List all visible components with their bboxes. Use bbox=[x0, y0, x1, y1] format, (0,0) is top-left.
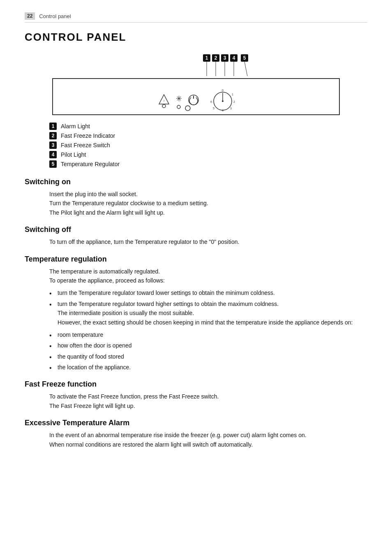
legend-item-3: 3 Fast Freeze Switch bbox=[49, 141, 367, 149]
legend-item-5: 5 Temperature Regulator bbox=[49, 160, 367, 168]
legend-item-2: 2 Fast Freeze Indicator bbox=[49, 132, 367, 139]
svg-text:3: 3 bbox=[230, 107, 232, 110]
bullet-food-stored: the quantity of food stored bbox=[49, 352, 367, 361]
section-heading-temp-reg: Temperature regulation bbox=[25, 255, 367, 264]
section-heading-switching-off: Switching off bbox=[25, 225, 367, 234]
svg-text:1: 1 bbox=[205, 55, 208, 61]
connector-lines: 1 2 3 4 5 bbox=[52, 53, 340, 78]
svg-point-22 bbox=[185, 106, 190, 111]
svg-text:!: ! bbox=[164, 99, 164, 103]
svg-text:1: 1 bbox=[232, 93, 233, 96]
svg-point-17 bbox=[162, 104, 166, 108]
svg-text:0: 0 bbox=[222, 89, 224, 92]
page-container: 22 Control panel CONTROL PANEL 1 2 3 4 bbox=[0, 0, 392, 556]
svg-text:3: 3 bbox=[224, 55, 226, 61]
temp-reg-sub-bullets: room temperature how often the door is o… bbox=[49, 330, 367, 372]
svg-text:5: 5 bbox=[243, 55, 246, 61]
switching-off-text: To turn off the appliance, turn the Temp… bbox=[49, 239, 239, 245]
header-title: Control panel bbox=[39, 13, 71, 19]
legend-item-4: 4 Pilot Light bbox=[49, 151, 367, 158]
legend-badge-4: 4 bbox=[49, 151, 57, 158]
section-body-fast-freeze: To activate the Fast Freeze function, pr… bbox=[49, 392, 367, 410]
legend-item-1: 1 Alarm Light bbox=[49, 123, 367, 130]
section-heading-excessive-temp: Excessive Temperature Alarm bbox=[25, 419, 367, 427]
bullet-door-opened: how often the door is opened bbox=[49, 341, 367, 350]
legend-text-1: Alarm Light bbox=[61, 123, 90, 130]
bullet-door-opened-text: how often the door is opened bbox=[58, 342, 132, 349]
temp-reg-text: The temperature is automatically regulat… bbox=[49, 268, 165, 284]
fast-freeze-text: To activate the Fast Freeze function, pr… bbox=[49, 393, 219, 409]
section-body-switching-on: Insert the plug into the wall socket.Tur… bbox=[49, 190, 367, 217]
page-header: 22 Control panel bbox=[25, 12, 367, 23]
switching-on-text: Insert the plug into the wall socket.Tur… bbox=[49, 191, 208, 216]
main-title: CONTROL PANEL bbox=[25, 31, 367, 44]
bullet-location-text: the location of the appliance. bbox=[58, 364, 131, 371]
excessive-temp-text: In the event of an abnormal temperature … bbox=[49, 432, 307, 447]
bullet-room-temp: room temperature bbox=[49, 330, 367, 339]
svg-text:6: 6 bbox=[210, 100, 212, 103]
section-heading-switching-on: Switching on bbox=[25, 178, 367, 186]
control-panel-svg: ! ✳ 0 1 2 bbox=[147, 81, 245, 112]
temp-reg-bullets: turn the Temperature regulator toward lo… bbox=[49, 288, 367, 327]
legend-text-4: Pilot Light bbox=[61, 151, 86, 158]
bullet-room-temp-text: room temperature bbox=[58, 331, 103, 338]
page-number: 22 bbox=[25, 12, 35, 20]
legend-text-3: Fast Freeze Switch bbox=[61, 142, 110, 148]
legend-badge-1: 1 bbox=[49, 123, 57, 130]
svg-text:5: 5 bbox=[213, 107, 214, 110]
bullet-item-higher: turn the Temperature regulator toward hi… bbox=[49, 299, 367, 327]
diagram-wrapper: 1 2 3 4 5 bbox=[52, 53, 340, 115]
section-heading-fast-freeze: Fast Freeze function bbox=[25, 380, 367, 389]
svg-point-32 bbox=[222, 100, 224, 102]
bullet-location: the location of the appliance. bbox=[49, 363, 367, 372]
svg-text:2: 2 bbox=[233, 100, 235, 103]
section-body-switching-off: To turn off the appliance, turn the Temp… bbox=[49, 237, 367, 246]
section-body-temp-reg: The temperature is automatically regulat… bbox=[49, 267, 367, 285]
bullet-food-stored-text: the quantity of food stored bbox=[58, 353, 124, 360]
legend-badge-5: 5 bbox=[49, 160, 57, 168]
bullet-higher-text: turn the Temperature regulator toward hi… bbox=[58, 301, 353, 326]
legend-badge-3: 3 bbox=[49, 141, 57, 149]
legend-text-2: Fast Freeze Indicator bbox=[61, 132, 115, 139]
svg-text:2: 2 bbox=[214, 55, 217, 61]
bullet-lower-text: turn the Temperature regulator toward lo… bbox=[58, 290, 275, 296]
legend-badge-2: 2 bbox=[49, 132, 57, 139]
legend-text-5: Temperature Regulator bbox=[61, 161, 120, 167]
svg-text:4: 4 bbox=[233, 55, 235, 61]
diagram-box: ! ✳ 0 1 2 bbox=[52, 78, 340, 115]
bullet-item-lower: turn the Temperature regulator toward lo… bbox=[49, 288, 367, 297]
section-body-excessive-temp: In the event of an abnormal temperature … bbox=[49, 431, 367, 449]
svg-text:4: 4 bbox=[222, 109, 224, 112]
svg-line-14 bbox=[244, 62, 247, 76]
svg-point-19 bbox=[177, 105, 180, 109]
diagram-numbers-area: 1 2 3 4 5 bbox=[52, 53, 340, 78]
svg-text:✳: ✳ bbox=[176, 95, 182, 103]
legend-container: 1 Alarm Light 2 Fast Freeze Indicator 3 … bbox=[49, 123, 367, 168]
